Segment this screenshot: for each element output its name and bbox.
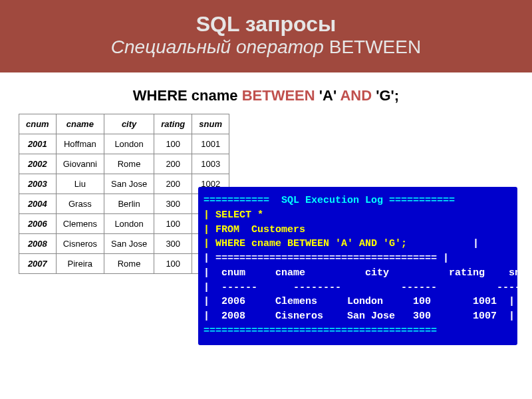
table-cell: Rome bbox=[104, 254, 154, 274]
slide-title-line1: SQL запросы bbox=[0, 12, 532, 37]
table-cell: Cisneros bbox=[56, 234, 104, 254]
log-rule-mid: | ===================================== … bbox=[203, 253, 449, 264]
table-cell: 2002 bbox=[19, 154, 57, 174]
log-header-sep: | ------ -------- ------ ---- ------ | bbox=[203, 282, 532, 293]
slide-title-line2: Специальный оператор BETWEEN bbox=[0, 37, 532, 58]
table-cell: 1003 bbox=[192, 154, 229, 174]
log-select: | SELECT * bbox=[203, 209, 263, 221]
table-cell: London bbox=[104, 214, 154, 234]
table-cell: 300 bbox=[154, 234, 192, 254]
log-rule-bot: ======================================= bbox=[203, 325, 437, 336]
log-header-cols: | cnum cname city rating snum | bbox=[203, 267, 532, 279]
table-cell: Grass bbox=[56, 194, 104, 214]
table-row: 2002GiovanniRome2001003 bbox=[19, 154, 229, 174]
table-cell: 1001 bbox=[192, 134, 229, 154]
log-row-2: | 2008 Cisneros San Jose 300 1007 | bbox=[203, 311, 515, 322]
log-pipe: | bbox=[407, 238, 479, 249]
table-cell: Liu bbox=[56, 174, 104, 194]
table-cell: 200 bbox=[154, 174, 192, 194]
table-cell: Berlin bbox=[104, 194, 154, 214]
log-where: | WHERE cname BETWEEN 'A' AND 'G'; bbox=[203, 238, 407, 249]
slide-subtitle-prefix: Специальный оператор bbox=[111, 37, 324, 57]
table-cell: 2006 bbox=[19, 214, 57, 234]
log-pipe: | bbox=[263, 209, 532, 221]
table-cell: 2003 bbox=[19, 174, 57, 194]
table-cell: Giovanni bbox=[56, 154, 104, 174]
th-cname: cname bbox=[56, 114, 104, 134]
table-cell: 2007 bbox=[19, 254, 57, 274]
sql-execution-log: =========== SQL Execution Log ==========… bbox=[198, 187, 517, 345]
literal-a: 'A' bbox=[319, 87, 340, 104]
table-cell: 2008 bbox=[19, 234, 57, 254]
table-cell: 200 bbox=[154, 154, 192, 174]
log-rule-top: =========== SQL Execution Log ==========… bbox=[203, 195, 455, 206]
table-cell: 2004 bbox=[19, 194, 57, 214]
table-header-row: cnum cname city rating snum bbox=[19, 114, 229, 134]
col-name: cname bbox=[192, 87, 242, 104]
log-from: | FROM Customers bbox=[203, 224, 305, 235]
literal-g: 'G'; bbox=[376, 87, 399, 104]
log-pipe: | bbox=[305, 224, 532, 235]
table-cell: Clemens bbox=[56, 214, 104, 234]
table-cell: 100 bbox=[154, 134, 192, 154]
table-row: 2001HoffmanLondon1001001 bbox=[19, 134, 229, 154]
table-cell: San Jose bbox=[104, 234, 154, 254]
table-cell: 2001 bbox=[19, 134, 57, 154]
table-cell: Rome bbox=[104, 154, 154, 174]
table-cell: Pireira bbox=[56, 254, 104, 274]
kw-where: WHERE bbox=[133, 87, 192, 104]
slide-subtitle-keyword: BETWEEN bbox=[324, 37, 421, 57]
table-cell: Hoffman bbox=[56, 134, 104, 154]
th-snum: snum bbox=[192, 114, 229, 134]
th-cnum: cnum bbox=[19, 114, 57, 134]
log-row-1: | 2006 Clemens London 100 1001 | bbox=[203, 296, 515, 307]
table-cell: 100 bbox=[154, 254, 192, 274]
title-band: SQL запросы Специальный оператор BETWEEN bbox=[0, 0, 532, 72]
table-cell: 300 bbox=[154, 194, 192, 214]
th-rating: rating bbox=[154, 114, 192, 134]
table-cell: London bbox=[104, 134, 154, 154]
th-city: city bbox=[104, 114, 154, 134]
kw-and: AND bbox=[340, 87, 376, 104]
content-row: cnum cname city rating snum 2001HoffmanL… bbox=[0, 114, 532, 274]
table-cell: 100 bbox=[154, 214, 192, 234]
where-clause: WHERE cname BETWEEN 'A' AND 'G'; bbox=[0, 87, 532, 104]
table-cell: San Jose bbox=[104, 174, 154, 194]
kw-between: BETWEEN bbox=[242, 87, 319, 104]
